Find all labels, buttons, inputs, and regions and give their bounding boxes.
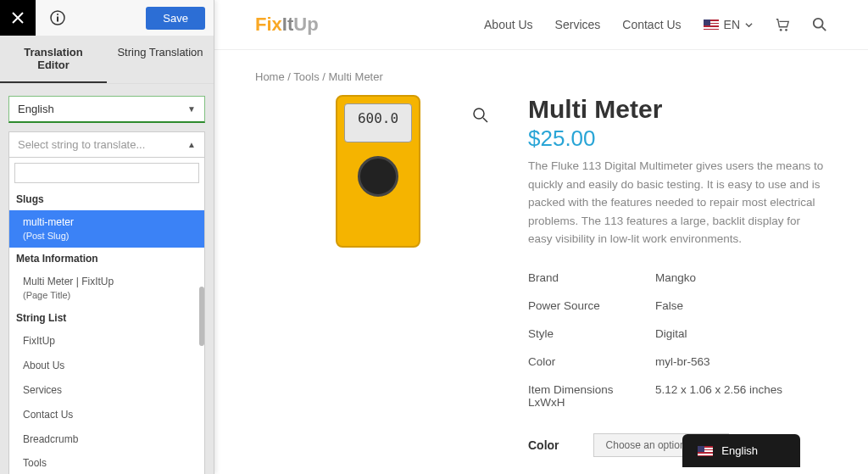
dropdown-item-meta[interactable]: Multi Meter | FixItUp (Page Title) [9,270,204,307]
product-layout: 600.0 Multi Meter $25.00 The Fluke 113 D… [255,95,827,474]
spec-value: Digital [647,327,827,340]
nav-services[interactable]: Services [555,18,601,31]
flag-us-icon [704,20,719,30]
floating-lang-switcher[interactable]: English [682,434,800,467]
spec-row: Item Dimensions LxWxH 5.12 x 1.06 x 2.56… [528,376,827,416]
spec-row: Color myl-br-563 [528,348,827,376]
dropdown-item-text: multi-meter [23,216,74,228]
nav-lang-code: EN [724,18,740,31]
language-select[interactable]: English ▼ [8,96,205,123]
dropdown-item[interactable]: FixItUp [9,329,204,354]
tab-string-translation[interactable]: String Translation [107,36,214,83]
breadcrumb: Home / Tools / Multi Meter [255,70,827,83]
spec-value: myl-br-563 [647,355,827,368]
cart-icon[interactable] [775,17,790,32]
chevron-down-icon [745,21,753,29]
nav-lang-switcher[interactable]: EN [704,18,753,31]
dropdown-item[interactable]: Breadcrumb [9,427,204,452]
svg-point-4 [785,29,787,31]
svg-point-1 [57,14,58,15]
top-nav: FixItUp About Us Services Contact Us EN [214,0,868,50]
zoom-button[interactable] [469,103,492,127]
breadcrumb-current: Multi Meter [329,70,383,83]
spec-row: Brand Mangko [528,264,827,292]
breadcrumb-tools[interactable]: Tools [293,70,319,83]
language-select-value: English [18,103,54,115]
nav-about[interactable]: About Us [484,18,533,31]
flag-us-icon [698,446,713,456]
scrollbar-thumb[interactable] [199,287,204,346]
nav-links: About Us Services Contact Us EN [484,17,827,32]
string-select[interactable]: Select string to translate... ▲ [8,131,205,158]
dropdown-search-input[interactable] [14,163,199,183]
tab-translation-editor[interactable]: Translation Editor [0,36,107,83]
dropdown-item-text: Multi Meter | FixItUp [23,276,114,287]
info-button[interactable] [46,6,70,30]
spec-label: Style [528,327,647,340]
svg-point-5 [814,19,823,28]
dropdown-item-slug[interactable]: multi-meter (Post Slug) [9,210,204,248]
string-dropdown: Slugs multi-meter (Post Slug) Meta Infor… [8,158,205,474]
dropdown-heading-meta: Meta Information [9,248,204,270]
close-button[interactable] [0,0,36,36]
magnifier-icon [472,107,489,124]
dropdown-heading-slugs: Slugs [9,188,204,210]
product-details: Multi Meter $25.00 The Fluke 113 Digital… [528,95,827,474]
spec-label: Power Source [528,299,647,312]
dropdown-item-sub: (Post Slug) [23,230,196,243]
spec-row: Power Source False [528,292,827,320]
save-button[interactable]: Save [146,7,205,30]
dropdown-item-sub: (Page Title) [23,289,196,302]
breadcrumb-home[interactable]: Home [255,70,285,83]
svg-point-6 [474,109,484,119]
main-content: FixItUp About Us Services Contact Us EN … [214,0,868,474]
info-icon [50,10,65,25]
dropdown-search-wrap [9,158,204,188]
product-image-wrap: 600.0 [255,95,501,474]
meter-readout: 600.0 [348,109,409,129]
chevron-up-icon: ▲ [187,140,196,149]
product-description: The Fluke 113 Digital Multimeter gives u… [528,157,827,248]
sidebar-header: Save [0,0,214,36]
search-icon[interactable] [812,17,827,32]
spec-table: Brand Mangko Power Source False Style Di… [528,264,827,416]
sidebar-tabs: Translation Editor String Translation [0,36,214,84]
spec-value: 5.12 x 1.06 x 2.56 inches [647,383,827,409]
meter-knob [358,156,398,197]
translation-sidebar: Save Translation Editor String Translati… [0,0,214,474]
float-lang-label: English [721,444,758,457]
logo[interactable]: FixItUp [255,14,319,36]
svg-rect-2 [57,17,58,22]
option-label: Color [528,438,559,452]
nav-contact[interactable]: Contact Us [622,18,681,31]
dropdown-item[interactable]: Contact Us [9,403,204,427]
spec-row: Style Digital [528,320,827,348]
page-content: Home / Tools / Multi Meter 600.0 Multi M… [214,50,868,474]
dropdown-item[interactable]: About Us [9,354,204,378]
dropdown-item[interactable]: Tools [9,451,204,474]
string-select-placeholder: Select string to translate... [18,138,145,151]
product-title: Multi Meter [528,95,827,124]
spec-label: Brand [528,271,647,284]
close-icon [11,11,25,25]
spec-label: Item Dimensions LxWxH [528,383,647,409]
product-image[interactable]: 600.0 [336,95,420,248]
dropdown-heading-list: String List [9,307,204,329]
spec-value: False [647,299,827,312]
spec-value: Mangko [647,271,827,284]
dropdown-item[interactable]: Services [9,378,204,403]
chevron-down-icon: ▼ [187,104,196,114]
svg-point-3 [780,29,782,31]
spec-label: Color [528,355,647,368]
product-price: $25.00 [528,125,827,152]
